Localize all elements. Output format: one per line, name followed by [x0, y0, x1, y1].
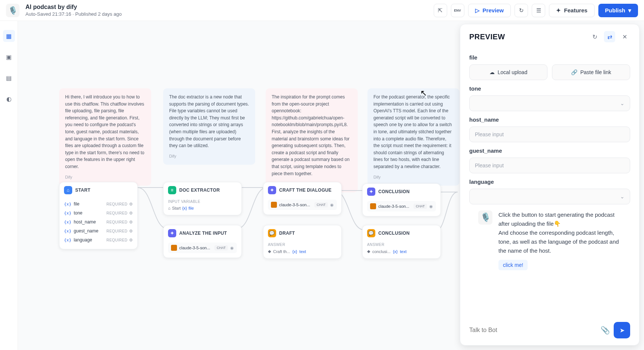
gear-icon: ⚙	[129, 229, 133, 234]
rail-help-icon[interactable]: ◐	[3, 93, 15, 105]
model-row: claude-3-5-son... CHAT ◉	[168, 243, 237, 253]
panel-title: PREVIEW	[469, 33, 585, 41]
attachment-icon[interactable]: 📎	[601, 326, 610, 335]
variable-chip: ◆ Craft th... {x} text	[268, 249, 337, 254]
note-card[interactable]: The doc extractor is a new node that sup…	[163, 88, 255, 165]
node-doc-extractor[interactable]: ≡ DOC EXTRACTOR INPUT VARIABLE ⌂ Start {…	[163, 182, 242, 215]
chevron-down-icon: ▾	[628, 7, 631, 14]
field-label-file: file	[469, 54, 630, 61]
home-icon: ⌂	[168, 206, 171, 210]
answer-icon: 💬	[268, 229, 276, 237]
note-card[interactable]: The inspiration for the prompt comes fro…	[266, 88, 358, 192]
paste-link-button[interactable]: 🔗 Paste file link	[552, 64, 630, 80]
toggle-icon[interactable]: ⇄	[604, 31, 615, 42]
doc-icon: ≡	[168, 186, 176, 194]
export-icon[interactable]: ⇱	[434, 4, 447, 17]
eye-icon: ◉	[230, 246, 234, 250]
variable-chip: ◆ conclusi... {x} text	[367, 249, 436, 254]
node-ref-icon: ◆	[268, 249, 271, 254]
field-label-language: language	[469, 179, 630, 185]
topbar: 🎙️ AI podcast by dify Auto-Saved 21:37:1…	[0, 0, 644, 21]
model-row: claude-3-5-son... CHAT ◉	[268, 200, 337, 210]
gear-icon: ⚙	[129, 238, 133, 243]
app-title: AI podcast by dify	[25, 4, 434, 10]
model-icon	[171, 245, 177, 251]
eye-icon: ◉	[330, 203, 334, 207]
play-icon: ▷	[475, 7, 480, 14]
chevron-down-icon: ⌄	[620, 100, 625, 106]
click-me-button[interactable]: click me!	[498, 260, 528, 270]
send-icon: ➤	[620, 327, 625, 334]
variable-chip: ⌂ Start {x} file	[168, 206, 237, 210]
home-icon: ⌂	[64, 186, 72, 194]
node-craft[interactable]: ✦ CRAFT THE DIALOGUE claude-3-5-son... C…	[263, 182, 342, 215]
var-row: {x}languageREQUIRED⚙	[64, 235, 133, 244]
preview-button[interactable]: ▷ Preview	[468, 4, 511, 17]
var-row: {x}toneREQUIRED⚙	[64, 209, 133, 217]
field-label-guest: guest_name	[469, 147, 630, 154]
rail-doc-icon[interactable]: ▤	[3, 72, 15, 84]
llm-icon: ✦	[268, 186, 276, 194]
publish-button[interactable]: Publish ▾	[598, 4, 638, 17]
var-row: {x}fileREQUIRED⚙	[64, 200, 133, 209]
rail-code-icon[interactable]: ▣	[3, 51, 15, 63]
tone-select[interactable]: ⌄	[469, 95, 630, 111]
cloud-upload-icon: ☁	[489, 69, 495, 75]
chat-input[interactable]	[469, 322, 597, 338]
node-conclusion[interactable]: ✦ CONCLUSION claude-3-5-son... CHAT ◉	[362, 183, 441, 216]
answer-icon: 💬	[367, 229, 375, 237]
canvas[interactable]: Hi there, I will introduce you to how to…	[18, 21, 644, 350]
history-icon[interactable]: ↻	[515, 4, 528, 17]
refresh-icon[interactable]: ↻	[589, 31, 600, 42]
rail-workflow-icon[interactable]: ▦	[3, 30, 15, 42]
model-icon	[271, 202, 277, 208]
gear-icon: ⚙	[129, 220, 133, 225]
field-label-tone: tone	[469, 85, 630, 92]
eye-icon: ◉	[429, 204, 433, 209]
chevron-down-icon: ⌄	[620, 194, 625, 200]
bot-message: Click the button to start generating the…	[498, 210, 621, 255]
var-row: {x}host_nameREQUIRED⚙	[64, 217, 133, 226]
features-button[interactable]: ✦ Features	[549, 4, 595, 17]
note-card[interactable]: For the podcast generator, the specific …	[367, 88, 460, 186]
var-row: {x}guest_nameREQUIRED⚙	[64, 226, 133, 235]
model-row: claude-3-5-son... CHAT ◉	[367, 201, 436, 211]
link-icon: 🔗	[571, 69, 577, 75]
sparkle-icon: ✦	[556, 7, 561, 14]
node-start[interactable]: ⌂ START {x}fileREQUIRED⚙ {x}toneREQUIRED…	[59, 182, 138, 249]
settings-icon[interactable]: ☰	[532, 4, 545, 17]
llm-icon: ✦	[168, 229, 176, 237]
node-conclusion-answer[interactable]: 💬 CONCLUSION ANSWER ◆ conclusi... {x} te…	[362, 225, 441, 259]
note-card[interactable]: Hi there, I will introduce you to how to…	[59, 88, 151, 186]
field-label-host: host_name	[469, 116, 630, 123]
node-draft[interactable]: 💬 DRAFT ANSWER ◆ Craft th... {x} text	[263, 225, 342, 259]
env-icon[interactable]: ENV	[451, 4, 464, 17]
model-icon	[370, 203, 376, 209]
bot-avatar: 🎙️	[478, 210, 492, 225]
local-upload-button[interactable]: ☁ Local upload	[469, 64, 547, 80]
gear-icon: ⚙	[129, 202, 133, 207]
app-icon: 🎙️	[6, 4, 19, 17]
language-select[interactable]: ⌄	[469, 189, 630, 204]
send-button[interactable]: ➤	[614, 322, 630, 338]
gear-icon: ⚙	[129, 211, 133, 216]
app-subtitle: Auto-Saved 21:37:16 · Published 2 days a…	[25, 11, 434, 17]
left-rail: ▦ ▣ ▤ ◐	[0, 21, 18, 350]
llm-icon: ✦	[367, 188, 375, 196]
node-ref-icon: ◆	[367, 249, 370, 254]
close-icon[interactable]: ✕	[619, 31, 630, 42]
preview-panel: PREVIEW ↻ ⇄ ✕ file ☁ Local upload 🔗 Past…	[460, 24, 640, 346]
node-analyze[interactable]: ✦ ANALYZE THE INPUT claude-3-5-son... CH…	[163, 225, 242, 258]
guest-input[interactable]	[469, 158, 630, 173]
host-input[interactable]	[469, 127, 630, 142]
